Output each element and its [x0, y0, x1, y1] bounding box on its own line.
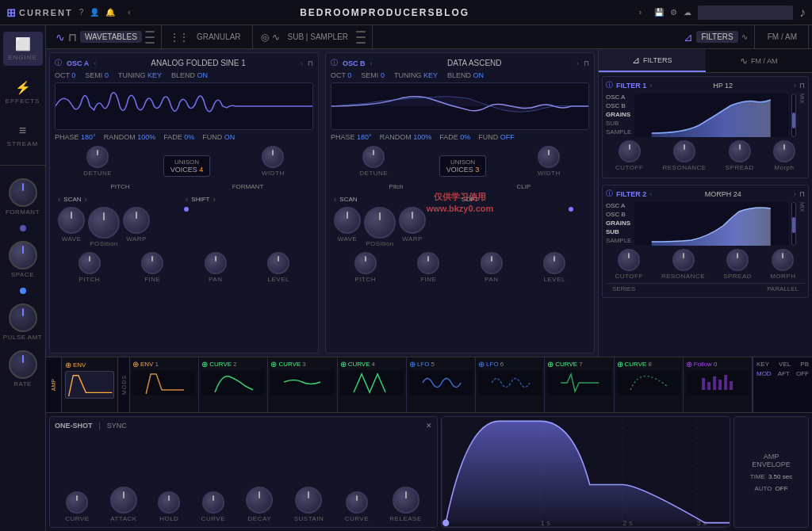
amp-env-item[interactable]: ⊕ ENV — [62, 357, 117, 412]
tab-granular[interactable]: GRANULAR — [192, 31, 246, 43]
osc-a-position-knob[interactable] — [88, 207, 120, 239]
disk-icon[interactable]: 💾 — [654, 8, 664, 17]
parallel-label[interactable]: PARALLEL — [767, 285, 799, 292]
space-knob[interactable] — [9, 241, 37, 269]
mod-curve4[interactable]: ⊕ CURVE 4 — [338, 357, 407, 412]
env-curve-release-knob[interactable] — [346, 491, 368, 514]
wavetables-separator[interactable] — [145, 31, 155, 44]
sidebar-item-effects[interactable]: ⚡ EFFECTS — [3, 75, 43, 109]
filter2-mix-slider[interactable] — [791, 202, 796, 246]
off-label[interactable]: OFF — [796, 370, 809, 377]
pb-label[interactable]: PB — [800, 361, 809, 368]
bell-icon[interactable]: 🔔 — [105, 8, 115, 17]
mod-lfo5[interactable]: ⊕ LFO 5 — [407, 357, 476, 412]
key-label[interactable]: KEY — [756, 361, 769, 368]
preset-slider[interactable] — [698, 6, 793, 20]
tab-fm-am[interactable]: FM / AM — [763, 31, 802, 43]
tab-filters-active[interactable]: ⊿ FILTERS — [599, 49, 706, 72]
osc-b-width-knob[interactable] — [538, 146, 560, 168]
filter1-morph-knob[interactable] — [773, 140, 795, 162]
close-env-icon[interactable]: ✕ — [426, 422, 432, 430]
prev-arrow[interactable]: ‹ — [128, 8, 130, 17]
mod-curve3[interactable]: ⊕ CURVE 3 — [268, 357, 337, 412]
osc-b-fine-knob[interactable] — [417, 252, 439, 274]
osc-a-wave-knob[interactable] — [58, 207, 85, 234]
sub-separator[interactable] — [356, 31, 366, 44]
cloud-icon[interactable]: ☁ — [684, 8, 691, 17]
tab-wavetables[interactable]: WAVETABLES — [80, 31, 142, 43]
osc-a-menu[interactable]: ⊓ — [308, 59, 313, 67]
filter1-spread-knob[interactable] — [729, 140, 751, 162]
tab-fm-am-filter[interactable]: ∿ FM / AM — [706, 49, 813, 72]
filter1-cutoff-knob[interactable] — [619, 140, 641, 162]
osc-b-menu[interactable]: ⊓ — [584, 59, 589, 67]
osc-b-pitch-knob[interactable] — [354, 252, 377, 274]
rate-knob[interactable] — [9, 350, 37, 379]
curve7-plus-icon: ⊕ — [547, 360, 553, 369]
filter2-spread-knob[interactable] — [726, 249, 749, 271]
mod-env1[interactable]: ⊕ ENV 1 — [130, 357, 199, 412]
filter1-resonance-knob[interactable] — [673, 140, 695, 162]
osc-a-pitch-knob[interactable] — [79, 252, 101, 274]
mod-label[interactable]: MOD — [756, 370, 772, 377]
filter2-resonance-knob[interactable] — [672, 249, 695, 271]
env-curve-decay-knob[interactable] — [202, 491, 224, 514]
formant-knob[interactable] — [9, 178, 37, 207]
env-attack-knob[interactable] — [110, 487, 137, 514]
mod-curve8[interactable]: ⊕ CURVE 8 — [615, 357, 684, 412]
user-icon[interactable]: 👤 — [90, 8, 99, 17]
filter1-prev[interactable]: ‹ — [649, 82, 652, 90]
osc-b-level-knob[interactable] — [543, 252, 565, 274]
aft-label[interactable]: AFT — [778, 370, 790, 377]
help-icon[interactable]: ? — [79, 8, 84, 17]
filter2-menu[interactable]: ⊓ — [799, 190, 805, 198]
sidebar-item-stream[interactable]: ≡ STREAM — [3, 119, 43, 152]
formant-dot[interactable] — [20, 225, 26, 231]
env-decay-knob[interactable] — [246, 487, 273, 514]
filter2-next[interactable]: › — [794, 190, 796, 198]
osc-b-wave-knob[interactable] — [334, 207, 361, 234]
series-label[interactable]: SERIES — [612, 285, 635, 292]
osc-b-warp-knob[interactable] — [399, 207, 426, 234]
env-release-knob[interactable] — [393, 487, 419, 514]
sidebar-item-engine[interactable]: ⬜ ENGINE — [3, 32, 43, 66]
filter2-prev[interactable]: ‹ — [649, 190, 652, 198]
osc-a-level-knob[interactable] — [267, 252, 289, 274]
osc-b-next[interactable]: › — [576, 59, 579, 67]
env-sustain-knob[interactable] — [295, 487, 322, 514]
vel-label[interactable]: VEL — [779, 361, 791, 368]
env-curve-attack-knob[interactable] — [66, 491, 88, 514]
filter1-next[interactable]: › — [794, 82, 796, 90]
osc-a-header: ⓘ OSC A ‹ ANALOG FOLDED SINE 1 › ⊓ — [55, 58, 313, 68]
pulse-amt-knob[interactable] — [9, 304, 37, 332]
mod-curve2[interactable]: ⊕ CURVE 2 — [199, 357, 268, 412]
osc-a-detune-knob[interactable] — [86, 146, 109, 168]
env-hold-knob[interactable] — [158, 491, 180, 514]
mod-follow0[interactable]: ⊕ Follow 0 — [684, 357, 753, 412]
filter2-morph-knob[interactable] — [772, 249, 794, 271]
osc-a-warp-knob[interactable] — [123, 207, 150, 234]
gear-icon[interactable]: ⚙ — [670, 8, 677, 17]
osc-a-fine-knob[interactable] — [141, 252, 163, 274]
osc-a-next[interactable]: › — [301, 59, 303, 67]
mod-lfo6[interactable]: ⊕ LFO 6 — [476, 357, 545, 412]
filter1-mix-slider[interactable] — [791, 94, 796, 137]
filter1-menu[interactable]: ⊓ — [799, 82, 805, 90]
filter2-cutoff-knob[interactable] — [618, 249, 640, 271]
audio-icon[interactable]: ♪ — [799, 6, 806, 20]
osc-a-prev[interactable]: ‹ — [94, 59, 96, 67]
osc-a-pan-knob[interactable] — [205, 252, 227, 274]
tab-filters[interactable]: FILTERS — [696, 31, 737, 43]
osc-b-prev[interactable]: ‹ — [370, 59, 373, 67]
osc-a-width-knob[interactable] — [262, 146, 284, 168]
tab-sub-sampler[interactable]: SUB | SAMPLER — [283, 31, 354, 43]
mod-curve7[interactable]: ⊕ CURVE 7 — [545, 357, 614, 412]
osc-b-detune-knob[interactable] — [362, 146, 385, 168]
next-arrow[interactable]: › — [639, 8, 642, 17]
space-dot[interactable] — [20, 288, 26, 294]
osc-b-pan-knob[interactable] — [481, 252, 503, 274]
osc-b-position-knob[interactable] — [364, 207, 396, 239]
osc-b-level-label: LEVEL — [544, 276, 565, 283]
curve7-num: 7 — [579, 361, 582, 368]
filter1-resonance-label: RESONANCE — [663, 164, 707, 171]
